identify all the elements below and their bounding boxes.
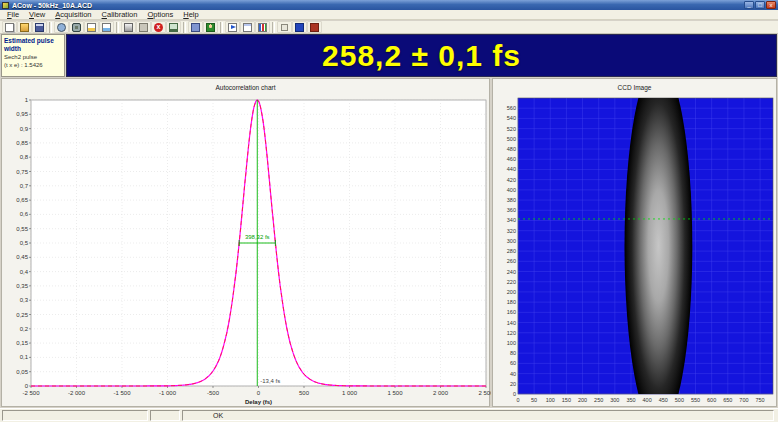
report-button[interactable] <box>240 21 255 33</box>
copy-icon <box>139 23 148 32</box>
ccd-x-tick-label: 250 <box>594 397 603 403</box>
autocorrelation-chart-title: Autocorrelation chart <box>2 84 489 91</box>
ccd-y-tick-label: 180 <box>507 299 516 305</box>
ccd-y-tick-label: 300 <box>507 238 516 244</box>
y-tick-label: 0 <box>25 383 29 389</box>
ccd-x-tick-label: 600 <box>707 397 716 403</box>
ccd-y-tick-label: 480 <box>507 146 516 152</box>
y-tick-label: 0,3 <box>20 297 29 303</box>
ccd-x-tick-label: 350 <box>626 397 635 403</box>
y-tick-label: 0,55 <box>16 226 28 232</box>
ccd-y-tick-label: 500 <box>507 136 516 142</box>
x-tick-label: 1 500 <box>387 390 403 396</box>
ccd-y-tick-label: 460 <box>507 156 516 162</box>
toolbar-separator <box>183 22 186 33</box>
histogram-icon <box>258 23 267 32</box>
y-tick-label: 0,35 <box>16 283 28 289</box>
x-tick-label: -1 500 <box>113 390 131 396</box>
histogram-button[interactable] <box>255 21 270 33</box>
menu-options[interactable]: Options <box>142 10 178 19</box>
window-title: ACow - 50kHz_10A.ACD <box>12 2 743 9</box>
display-button[interactable] <box>166 21 181 33</box>
autocorrelation-plot[interactable]: 10,950,90,850,80,750,70,650,60,550,50,45… <box>2 91 491 407</box>
y-tick-label: 0,2 <box>20 326 29 332</box>
ccd-y-tick-label: 420 <box>507 177 516 183</box>
open-button[interactable] <box>17 21 32 33</box>
ccd-x-tick-label: 500 <box>675 397 684 403</box>
ccd-y-tick-label: 220 <box>507 279 516 285</box>
y-tick-label: 1 <box>25 97 29 103</box>
y-tick-label: 0,05 <box>16 369 28 375</box>
ccd-image-plot[interactable]: 0501001502002503003504004505005506006507… <box>493 91 778 411</box>
x-axis-label: Delay (fs) <box>245 399 272 405</box>
close-button[interactable]: x <box>766 1 776 9</box>
settings-icon <box>57 23 66 32</box>
y-tick-label: 0,95 <box>16 111 28 117</box>
ccd-panel: CCD Image 050100150200250300350400450500… <box>492 78 777 407</box>
run-button[interactable] <box>225 21 240 33</box>
save-button[interactable] <box>32 21 47 33</box>
ccd-x-tick-label: 0 <box>516 397 519 403</box>
ccd-x-tick-label: 750 <box>755 397 764 403</box>
save-icon <box>35 23 44 32</box>
ccd-y-tick-label: 560 <box>507 105 516 111</box>
status-message: OK <box>182 410 774 421</box>
record-button[interactable] <box>307 21 322 33</box>
camera-icon <box>72 23 81 32</box>
menu-bar: FileViewAcquisitionCalibrationOptionsHel… <box>0 10 778 20</box>
toolbar: x <box>0 21 778 34</box>
export-data-icon <box>87 23 96 32</box>
menu-help[interactable]: Help <box>178 10 203 19</box>
menu-file[interactable]: File <box>2 10 24 19</box>
export-data-button[interactable] <box>84 21 99 33</box>
pulse-width-value: 258,2 ± 0,1 fs <box>322 39 521 73</box>
import-data-button[interactable] <box>99 21 114 33</box>
x-tick-label: 0 <box>257 390 261 396</box>
y-tick-label: 0,4 <box>20 269 29 275</box>
menu-view[interactable]: View <box>24 10 50 19</box>
x-tick-label: 1 000 <box>342 390 358 396</box>
ccd-x-tick-label: 400 <box>643 397 652 403</box>
new-button[interactable] <box>2 21 17 33</box>
estimated-pulse-width-panel: Estimated pulse width Sech2 pulse (t x e… <box>1 34 65 77</box>
settings-button[interactable] <box>54 21 69 33</box>
print-button[interactable] <box>121 21 136 33</box>
y-tick-label: 0,9 <box>20 126 29 132</box>
minimize-button[interactable]: _ <box>744 1 754 9</box>
app-icon <box>2 2 9 9</box>
menu-acquisition[interactable]: Acquisition <box>50 10 96 19</box>
ccd-y-tick-label: 140 <box>507 320 516 326</box>
ccd-y-tick-label: 60 <box>510 360 516 366</box>
stop-button[interactable]: x <box>151 21 166 33</box>
ccd-y-tick-label: 400 <box>507 187 516 193</box>
y-tick-label: 0,1 <box>20 354 29 360</box>
ccd-y-tick-label: 540 <box>507 115 516 121</box>
deconvolution-factor-label: (t x e) : 1.5426 <box>4 61 62 69</box>
copy-button[interactable] <box>136 21 151 33</box>
ccd-y-tick-label: 520 <box>507 126 516 132</box>
maximize-button[interactable]: □ <box>755 1 765 9</box>
toolbar-separator <box>49 22 52 33</box>
ccd-y-tick-label: 120 <box>507 330 516 336</box>
camera-button[interactable] <box>69 21 84 33</box>
save-image-button[interactable] <box>292 21 307 33</box>
pulse-width-banner: 258,2 ± 0,1 fs <box>66 34 777 77</box>
ccd-x-tick-label: 700 <box>739 397 748 403</box>
acquire-button[interactable] <box>203 21 218 33</box>
x-tick-label: 2 500 <box>478 390 491 396</box>
menu-calibration[interactable]: Calibration <box>97 10 143 19</box>
ccd-x-tick-label: 200 <box>578 397 587 403</box>
ccd-x-tick-label: 100 <box>546 397 555 403</box>
title-bar[interactable]: ACow - 50kHz_10A.ACD _ □ x <box>0 0 778 10</box>
marker-button[interactable] <box>277 21 292 33</box>
ccd-x-tick-label: 550 <box>691 397 700 403</box>
connect-button[interactable] <box>188 21 203 33</box>
ccd-x-tick-label: 300 <box>610 397 619 403</box>
marker-icon <box>281 24 288 31</box>
status-cell-2 <box>150 410 180 421</box>
toolbar-separator <box>220 22 223 33</box>
print-icon <box>124 23 133 32</box>
ccd-y-tick-label: 240 <box>507 269 516 275</box>
ccd-x-tick-label: 50 <box>531 397 537 403</box>
y-tick-label: 0,25 <box>16 312 28 318</box>
